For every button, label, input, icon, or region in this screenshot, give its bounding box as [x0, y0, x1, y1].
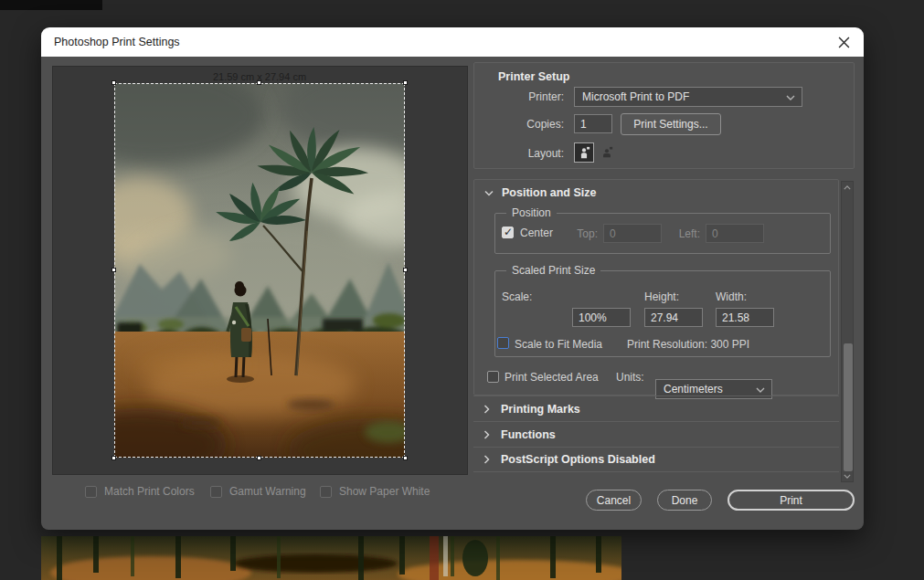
scaled-print-size-legend: Scaled Print Size	[506, 264, 600, 277]
marquee-handle[interactable]	[257, 456, 261, 460]
marquee-handle[interactable]	[403, 80, 408, 85]
app-chrome-fragment	[0, 0, 102, 10]
width-label: Width:	[716, 290, 747, 303]
match-print-colors-option: Match Print Colors	[85, 485, 195, 498]
landscape-orientation-icon	[600, 146, 613, 159]
position-and-size-heading: Position and Size	[502, 186, 597, 199]
height-label: Height:	[644, 290, 679, 303]
close-button[interactable]	[823, 27, 864, 57]
scaled-print-size-group: Scaled Print Size Scale: Height: Width: …	[494, 270, 831, 357]
chevron-right-icon	[483, 405, 490, 414]
units-label: Units:	[616, 371, 644, 384]
scrollbar-thumb[interactable]	[844, 343, 853, 471]
scrollbar-up-button[interactable]	[842, 182, 853, 193]
photoshop-canvas-image	[41, 536, 621, 580]
gamut-warning-checkbox[interactable]	[210, 486, 222, 498]
printer-label: Printer:	[474, 90, 564, 103]
marquee-handle[interactable]	[112, 80, 116, 85]
gamut-warning-label: Gamut Warning	[229, 485, 306, 498]
width-input[interactable]	[716, 308, 774, 327]
print-settings-dialog: Photoshop Print Settings 21.59 cm x 27.9…	[41, 27, 864, 530]
copies-label: Copies:	[474, 118, 564, 131]
printer-select[interactable]: Microsoft Print to PDF	[574, 87, 802, 107]
height-input[interactable]	[644, 308, 703, 327]
position-group: Position Center Top: Left:	[494, 213, 831, 254]
print-selected-area-label: Print Selected Area	[504, 371, 599, 384]
show-paper-white-checkbox[interactable]	[320, 486, 332, 498]
position-and-size-panel: Position and Size Position Center Top: L…	[473, 179, 839, 395]
dialog-title: Photoshop Print Settings	[54, 36, 180, 48]
print-resolution-text: Print Resolution: 300 PPI	[627, 338, 749, 351]
chevron-down-icon	[756, 387, 765, 393]
match-print-colors-label: Match Print Colors	[104, 485, 195, 498]
print-area-marquee	[114, 83, 405, 458]
match-print-colors-checkbox[interactable]	[85, 486, 97, 498]
preview-options-row: Match Print Colors Gamut Warning Show Pa…	[78, 485, 471, 500]
section-functions[interactable]: Functions	[473, 421, 839, 447]
postscript-options-heading: PostScript Options Disabled	[501, 453, 655, 466]
top-label: Top:	[568, 227, 598, 240]
dialog-titlebar[interactable]: Photoshop Print Settings	[41, 27, 864, 57]
section-postscript-options[interactable]: PostScript Options Disabled	[473, 447, 839, 472]
units-select-value: Centimeters	[664, 383, 723, 395]
copies-input[interactable]	[574, 114, 612, 133]
print-button[interactable]: Print	[728, 490, 855, 511]
gamut-warning-option: Gamut Warning	[210, 485, 306, 498]
functions-heading: Functions	[501, 428, 556, 441]
marquee-handle[interactable]	[257, 80, 261, 85]
scrollbar-down-button[interactable]	[842, 470, 853, 481]
close-icon	[838, 37, 850, 48]
print-settings-button[interactable]: Print Settings...	[621, 113, 721, 135]
position-group-legend: Position	[506, 206, 557, 219]
layout-landscape-button[interactable]	[597, 142, 617, 163]
show-paper-white-option: Show Paper White	[320, 485, 430, 498]
printer-select-value: Microsoft Print to PDF	[582, 90, 689, 103]
photoshop-workspace: Photoshop Print Settings 21.59 cm x 27.9…	[0, 0, 924, 580]
scale-input[interactable]	[572, 308, 631, 327]
center-checkbox[interactable]	[502, 227, 514, 238]
center-label: Center	[520, 227, 553, 239]
dialog-body: 21.59 cm x 27.94 cm	[41, 57, 864, 530]
print-preview-panel: 21.59 cm x 27.94 cm	[52, 66, 468, 475]
scale-label: Scale:	[502, 290, 532, 303]
printer-setup-heading: Printer Setup	[498, 70, 570, 83]
layout-portrait-button[interactable]	[574, 142, 594, 163]
section-printing-marks[interactable]: Printing Marks	[473, 395, 839, 421]
marquee-handle[interactable]	[112, 456, 116, 460]
marquee-handle[interactable]	[403, 456, 408, 460]
marquee-handle[interactable]	[112, 268, 116, 272]
done-button[interactable]: Done	[657, 490, 712, 511]
show-paper-white-label: Show Paper White	[339, 485, 430, 498]
chevron-right-icon	[483, 455, 490, 464]
printer-setup-panel: Printer Setup Printer: Microsoft Print t…	[473, 62, 855, 169]
portrait-orientation-icon	[578, 146, 590, 159]
left-label: Left:	[671, 227, 700, 240]
scale-to-fit-media-checkbox[interactable]	[497, 337, 509, 349]
print-preview-page[interactable]	[114, 83, 405, 458]
scale-to-fit-media-label: Scale to Fit Media	[515, 338, 602, 351]
chevron-down-icon	[786, 95, 795, 100]
top-input[interactable]	[603, 224, 662, 243]
left-input[interactable]	[706, 224, 764, 243]
chevron-right-icon	[483, 430, 490, 439]
chevron-up-icon	[844, 185, 851, 190]
cancel-button[interactable]: Cancel	[586, 490, 642, 511]
chevron-down-icon	[844, 474, 851, 479]
layout-label: Layout:	[474, 147, 564, 160]
position-and-size-header[interactable]: Position and Size	[474, 180, 840, 206]
marquee-handle[interactable]	[403, 268, 408, 272]
printing-marks-heading: Printing Marks	[501, 403, 580, 416]
print-selected-area-checkbox[interactable]	[487, 371, 499, 383]
chevron-down-icon	[484, 190, 494, 196]
settings-scrollbar[interactable]	[841, 181, 854, 482]
